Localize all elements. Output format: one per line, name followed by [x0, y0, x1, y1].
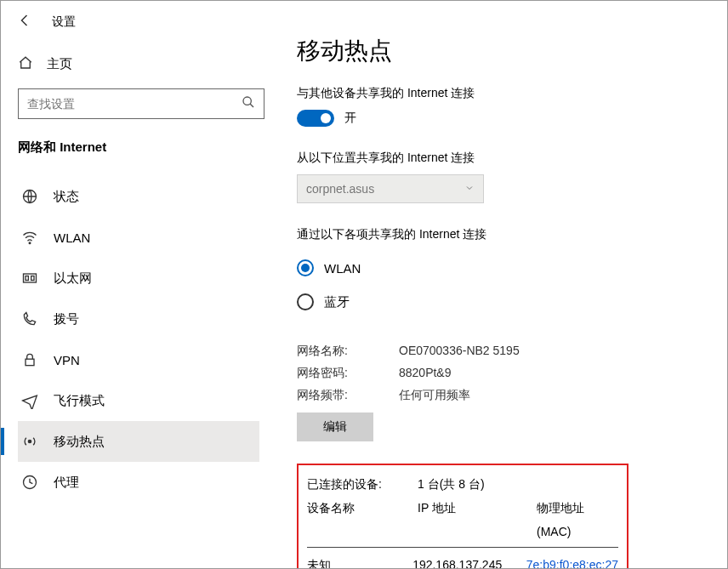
- net-pass-value: 8820Pt&9: [399, 361, 452, 384]
- nav-item-label: 移动热点: [54, 434, 105, 450]
- nav-item-proxy[interactable]: 代理: [18, 462, 259, 503]
- svg-rect-6: [31, 276, 34, 281]
- share-from-value: corpnet.asus: [306, 182, 374, 196]
- net-name-value: OE0700336-NB2 5195: [399, 339, 520, 361]
- row-mac[interactable]: 7e:b9:f0:e8:ec:27: [526, 553, 618, 569]
- radio-wlan[interactable]: WLAN: [297, 251, 703, 285]
- radio-bt-label: 蓝牙: [324, 294, 350, 310]
- ethernet-icon: [21, 270, 38, 287]
- share-from-dropdown[interactable]: corpnet.asus: [297, 174, 484, 203]
- edit-button[interactable]: 编辑: [297, 413, 373, 441]
- category-title: 网络和 Internet: [18, 139, 259, 156]
- svg-point-3: [29, 242, 31, 244]
- divider: [307, 547, 618, 548]
- row-device-name: 未知: [307, 553, 412, 569]
- col-device-name: 设备名称: [307, 496, 418, 543]
- svg-rect-5: [26, 276, 28, 281]
- col-mac: 物理地址(MAC): [537, 496, 618, 543]
- nav-item-hotspot[interactable]: 移动热点: [18, 421, 259, 462]
- page-title: 移动热点: [297, 35, 703, 67]
- nav-item-dialup[interactable]: 拨号: [18, 299, 259, 339]
- hotspot-icon: [21, 433, 38, 450]
- nav-item-wlan[interactable]: WLAN: [18, 217, 259, 258]
- nav-item-status[interactable]: 状态: [18, 176, 259, 217]
- col-ip: IP 地址: [418, 496, 537, 543]
- svg-line-1: [250, 104, 253, 107]
- radio-icon-selected: [297, 259, 314, 276]
- home-icon: [18, 55, 33, 73]
- net-band-key: 网络频带:: [297, 384, 399, 406]
- status-icon: [21, 188, 38, 205]
- radio-icon: [297, 293, 314, 310]
- share-over-label: 通过以下各项共享我的 Internet 连接: [297, 227, 703, 242]
- net-band-value: 任何可用频率: [399, 384, 470, 406]
- nav-item-label: 代理: [54, 475, 79, 491]
- nav-item-label: VPN: [54, 353, 80, 367]
- nav-item-label: 拨号: [54, 311, 79, 327]
- nav-item-label: 以太网: [54, 270, 92, 287]
- nav-home[interactable]: 主页: [18, 55, 259, 73]
- back-icon[interactable]: [18, 13, 33, 31]
- svg-point-0: [243, 97, 251, 105]
- net-name-key: 网络名称:: [297, 339, 399, 361]
- row-ip: 192.168.137.245: [412, 553, 526, 569]
- nav-item-airplane[interactable]: 飞行模式: [18, 380, 259, 421]
- search-icon: [242, 95, 255, 112]
- nav-item-label: 状态: [54, 189, 79, 205]
- nav-item-vpn[interactable]: VPN: [18, 339, 259, 380]
- vpn-icon: [21, 351, 38, 368]
- proxy-icon: [21, 474, 38, 491]
- airplane-icon: [21, 392, 38, 409]
- radio-wlan-label: WLAN: [324, 261, 361, 276]
- connected-value: 1 台(共 8 台): [418, 472, 537, 496]
- dialup-icon: [21, 310, 38, 327]
- toggle-state-label: 开: [344, 111, 356, 126]
- chevron-down-icon: [464, 182, 475, 196]
- net-pass-key: 网络密码:: [297, 361, 399, 384]
- search-input-wrap[interactable]: [18, 88, 264, 119]
- nav-home-label: 主页: [47, 56, 72, 72]
- wifi-icon: [21, 229, 38, 246]
- svg-point-8: [28, 440, 31, 442]
- nav-item-label: 飞行模式: [54, 393, 105, 409]
- radio-bluetooth[interactable]: 蓝牙: [297, 285, 703, 319]
- search-input[interactable]: [27, 97, 242, 111]
- hotspot-toggle[interactable]: [297, 110, 334, 127]
- svg-rect-7: [26, 359, 34, 366]
- share-label: 与其他设备共享我的 Internet 连接: [297, 86, 703, 101]
- nav-item-label: WLAN: [54, 230, 90, 245]
- app-title: 设置: [52, 14, 76, 30]
- connected-label: 已连接的设备:: [307, 472, 418, 496]
- share-from-label: 从以下位置共享我的 Internet 连接: [297, 151, 703, 166]
- connected-devices-highlight: 已连接的设备: 1 台(共 8 台) 设备名称 IP 地址 物理地址(MAC) …: [297, 464, 628, 569]
- nav-item-ethernet[interactable]: 以太网: [18, 258, 259, 299]
